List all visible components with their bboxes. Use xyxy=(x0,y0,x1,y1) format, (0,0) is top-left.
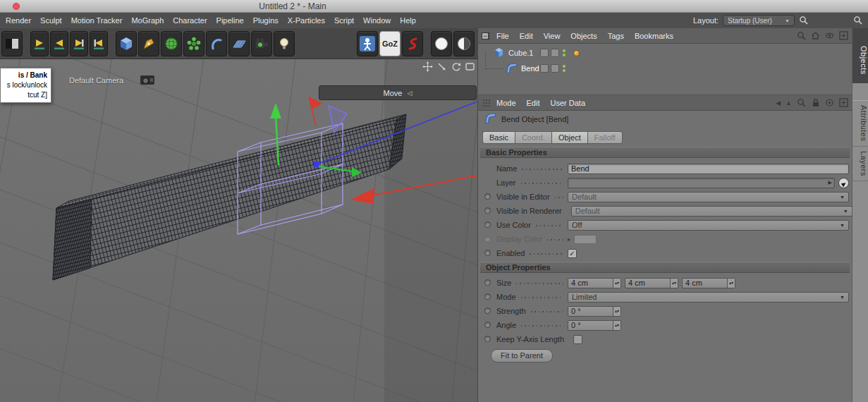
cube-wireframe-object[interactable] xyxy=(53,114,406,280)
visibility-dots[interactable] xyxy=(563,65,566,72)
object-row-bend[interactable]: Bend xyxy=(478,61,852,76)
om-search-icon[interactable] xyxy=(797,31,806,42)
menu-pipeline[interactable]: Pipeline xyxy=(216,16,244,25)
menu-character[interactable]: Character xyxy=(173,16,207,25)
menu-x-particles[interactable]: X-Particles xyxy=(288,16,325,25)
layout-dropdown[interactable]: Startup (User)▼ xyxy=(723,15,795,26)
om-menu-bookmarks[interactable]: Bookmarks xyxy=(635,32,673,40)
sphere-tool-icon[interactable] xyxy=(161,31,182,56)
add-panel-icon[interactable] xyxy=(839,98,848,109)
layer-picker-icon[interactable] xyxy=(838,178,849,188)
renderer-visibility-toggle[interactable] xyxy=(551,49,559,57)
use-color-dropdown[interactable]: Off▼ xyxy=(568,220,849,231)
camera-tool-icon[interactable] xyxy=(251,31,272,56)
section-basic-properties[interactable]: Basic Properties xyxy=(480,147,850,158)
section-object-properties[interactable]: Object Properties xyxy=(480,262,850,273)
strength-stepper[interactable]: 0 °▴▾ xyxy=(568,306,621,317)
key-nav-icon-2[interactable] xyxy=(50,31,68,56)
display-color-swatch[interactable] xyxy=(574,235,597,244)
eye-icon[interactable] xyxy=(825,31,834,42)
expand-arrow-icon[interactable]: ▸ xyxy=(568,236,570,243)
tab-falloff[interactable]: Falloff xyxy=(587,131,623,144)
command-search-icon[interactable] xyxy=(853,16,862,26)
angle-stepper[interactable]: 0 °▴▾ xyxy=(568,320,621,331)
light-tool-icon[interactable] xyxy=(274,31,295,56)
keyframe-dot[interactable] xyxy=(484,207,491,214)
visibility-dots[interactable] xyxy=(563,49,566,56)
editor-visibility-toggle[interactable] xyxy=(540,49,549,57)
home-icon[interactable] xyxy=(811,31,820,42)
goz-button[interactable]: GoZ xyxy=(379,31,401,56)
size-z-stepper[interactable]: 4 cm▴▾ xyxy=(682,278,735,288)
tab-coord[interactable]: Coord. xyxy=(515,131,551,144)
panel-drag-handle-icon[interactable] xyxy=(482,99,491,109)
key-nav-icon-3[interactable] xyxy=(70,31,88,56)
menu-script[interactable]: Script xyxy=(334,16,354,25)
om-menu-tags[interactable]: Tags xyxy=(608,32,624,40)
object-name[interactable]: Bend xyxy=(521,64,539,73)
camera-icon[interactable] xyxy=(140,75,154,85)
am-menu-user-data[interactable]: User Data xyxy=(551,99,586,107)
tab-object[interactable]: Object xyxy=(551,131,587,144)
tab-basic[interactable]: Basic xyxy=(482,131,515,144)
cluster-tool-icon[interactable] xyxy=(183,31,204,56)
sphere-shaded-icon[interactable] xyxy=(453,31,475,56)
split-view-icon[interactable] xyxy=(1,31,23,56)
parent-object-icon[interactable]: ▲ xyxy=(786,100,792,106)
keyframe-dot[interactable] xyxy=(484,221,491,228)
menu-sculpt[interactable]: Sculpt xyxy=(40,16,62,25)
plane-tool-icon[interactable] xyxy=(228,31,250,56)
cube-tool-icon[interactable] xyxy=(116,31,137,56)
om-menu-view[interactable]: View xyxy=(544,32,561,40)
mode-dropdown[interactable]: Limited▼ xyxy=(568,292,849,303)
key-nav-icon-4[interactable] xyxy=(90,31,108,56)
keep-y-checkbox[interactable] xyxy=(573,335,582,344)
menu-mograph[interactable]: MoGraph xyxy=(131,16,164,25)
size-x-stepper[interactable]: 4 cm▴▾ xyxy=(568,278,621,288)
enabled-checkbox[interactable]: ✓ xyxy=(568,249,577,258)
om-menu-file[interactable]: File xyxy=(496,32,509,40)
keyframe-dot[interactable] xyxy=(484,307,491,314)
fit-to-parent-button[interactable]: Fit to Parent xyxy=(491,349,553,363)
keyframe-dot[interactable] xyxy=(484,293,491,300)
side-tab-layers[interactable]: Layers xyxy=(852,147,868,181)
menu-help[interactable]: Help xyxy=(400,16,416,25)
keyframe-dot[interactable] xyxy=(484,250,491,256)
editor-visibility-toggle[interactable] xyxy=(540,64,549,73)
am-search-icon[interactable] xyxy=(797,98,806,109)
am-menu-edit[interactable]: Edit xyxy=(527,99,540,107)
history-back-icon[interactable]: ◀ xyxy=(776,100,781,106)
keyframe-dot[interactable] xyxy=(484,336,491,342)
search-icon[interactable] xyxy=(799,16,808,26)
spline-tool-icon[interactable] xyxy=(206,31,227,56)
sphere-white-icon[interactable] xyxy=(431,31,452,56)
pen-tool-icon[interactable] xyxy=(138,31,159,56)
lock-icon[interactable] xyxy=(811,98,820,109)
object-name[interactable]: Cube.1 xyxy=(508,49,533,57)
keyframe-dot[interactable] xyxy=(484,279,491,286)
collapse-icon[interactable]: − xyxy=(482,32,489,39)
menu-motion-tracker[interactable]: Motion Tracker xyxy=(71,16,123,25)
visible-editor-dropdown[interactable]: Default▼ xyxy=(568,192,849,202)
target-icon[interactable] xyxy=(825,98,834,109)
name-input[interactable] xyxy=(568,164,849,174)
pose-tool-icon[interactable] xyxy=(357,31,378,56)
menu-window[interactable]: Window xyxy=(363,16,391,25)
view-toggle-icon[interactable] xyxy=(465,61,475,73)
layer-field[interactable]: ▶ xyxy=(568,178,835,188)
renderer-visibility-toggle[interactable] xyxy=(551,64,559,73)
menu-render[interactable]: Render xyxy=(6,16,31,25)
object-tag-icon[interactable] xyxy=(573,50,580,56)
size-y-stepper[interactable]: 4 cm▴▾ xyxy=(625,278,678,288)
keyframe-dot[interactable] xyxy=(484,322,491,328)
viewport-3d[interactable]: Default Camera Move ◁ is / Bank s lock/u… xyxy=(0,59,477,402)
add-panel-icon[interactable] xyxy=(839,31,848,42)
key-nav-icon-1[interactable] xyxy=(30,31,49,56)
zoom-icon[interactable] xyxy=(436,61,447,73)
object-row-cube[interactable]: Cube.1 xyxy=(478,45,852,61)
side-tab-objects[interactable]: Objects xyxy=(852,37,868,83)
am-menu-mode[interactable]: Mode xyxy=(496,99,516,107)
om-menu-edit[interactable]: Edit xyxy=(520,32,533,40)
keyframe-dot[interactable] xyxy=(484,193,491,200)
cube-object-icon[interactable] xyxy=(494,47,504,59)
